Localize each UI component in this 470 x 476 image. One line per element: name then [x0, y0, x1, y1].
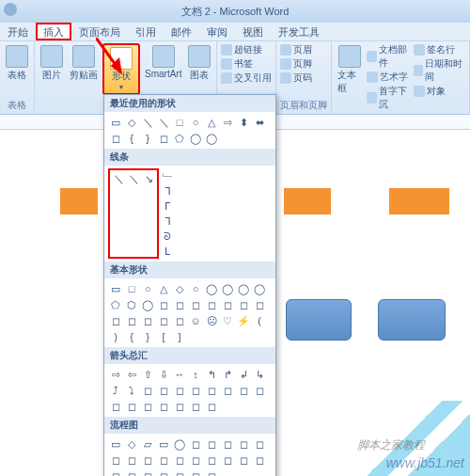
shape-item[interactable]: ◻: [236, 297, 251, 312]
tab-review[interactable]: 审阅: [199, 23, 235, 40]
shape-item[interactable]: ◇: [172, 281, 187, 296]
shape-rect-2[interactable]: [284, 188, 331, 214]
shape-item[interactable]: ◻: [156, 383, 171, 398]
shape-item[interactable]: ᒪ: [160, 244, 175, 259]
shape-item[interactable]: ◻: [140, 468, 155, 476]
shape-item[interactable]: ◻: [108, 452, 123, 468]
shape-item[interactable]: [: [156, 329, 171, 344]
shape-item[interactable]: ◻: [188, 383, 203, 398]
shape-item[interactable]: ◯: [140, 297, 155, 312]
tab-view[interactable]: 视图: [235, 23, 271, 40]
shape-item[interactable]: {: [124, 131, 139, 146]
shape-item[interactable]: }: [140, 329, 155, 344]
shape-item[interactable]: ◻: [172, 468, 187, 476]
shape-item[interactable]: ◻: [140, 383, 155, 398]
shape-line[interactable]: ＼: [111, 171, 126, 186]
shape-item[interactable]: ◻: [124, 452, 139, 468]
crossref-button[interactable]: 交叉引用: [221, 71, 272, 85]
tab-mailings[interactable]: 邮件: [164, 23, 199, 40]
shape-item[interactable]: ◻: [188, 399, 203, 414]
shape-rect-1[interactable]: [60, 188, 98, 214]
shape-item[interactable]: ⬠: [172, 131, 187, 146]
datetime-button[interactable]: 日期和时间: [414, 57, 465, 84]
shape-item[interactable]: ↲: [236, 367, 251, 382]
shape-item[interactable]: ◻: [172, 383, 187, 398]
shape-item[interactable]: ◻: [156, 313, 171, 328]
office-button-icon[interactable]: [4, 3, 17, 16]
shape-item[interactable]: □: [124, 281, 139, 296]
shape-item[interactable]: ◯: [220, 281, 235, 296]
shape-item[interactable]: ⬠: [108, 297, 123, 312]
footer-button[interactable]: 页脚: [280, 57, 312, 71]
shape-item[interactable]: ◯: [204, 281, 219, 296]
shape-item[interactable]: ☺: [188, 313, 203, 328]
shape-item[interactable]: ⇩: [156, 367, 171, 382]
tab-home[interactable]: 开始: [0, 23, 36, 40]
shape-item[interactable]: ]: [172, 329, 187, 344]
shape-item[interactable]: ○: [188, 281, 203, 296]
shape-item[interactable]: ▱: [140, 436, 155, 452]
shape-item[interactable]: ◻: [156, 452, 171, 468]
shape-item[interactable]: △: [156, 281, 171, 296]
shape-item[interactable]: ◻: [204, 383, 219, 398]
shape-rect-3[interactable]: [389, 188, 449, 214]
shape-item[interactable]: ◻: [188, 468, 203, 476]
shape-item[interactable]: ◻: [204, 468, 219, 476]
tab-references[interactable]: 引用: [128, 23, 164, 40]
shape-roundrect-2[interactable]: [378, 299, 446, 341]
shape-item[interactable]: ◻: [108, 131, 123, 146]
shape-item[interactable]: ◯: [236, 281, 251, 296]
shape-item[interactable]: ◯: [172, 436, 187, 452]
smartart-button[interactable]: SmartArt: [143, 43, 183, 81]
shape-item[interactable]: ○: [140, 281, 155, 296]
shape-item[interactable]: ◻: [204, 399, 219, 414]
pagenum-button[interactable]: 页码: [280, 71, 312, 85]
shape-item[interactable]: ⤵: [124, 383, 139, 398]
shape-item[interactable]: ◇: [124, 115, 139, 130]
shape-item[interactable]: }: [140, 131, 155, 146]
shape-item[interactable]: ↳: [252, 367, 267, 382]
shape-item[interactable]: ◻: [172, 452, 187, 468]
shape-item[interactable]: ◯: [188, 131, 203, 146]
shape-item[interactable]: ◻: [188, 452, 203, 468]
shape-item[interactable]: ◻: [220, 297, 235, 312]
shape-item[interactable]: ↱: [220, 367, 235, 382]
shape-item[interactable]: ◻: [172, 399, 187, 414]
shape-roundrect-1[interactable]: [286, 299, 352, 341]
shape-item[interactable]: ⇨: [108, 367, 123, 382]
shape-item[interactable]: ⇦: [124, 367, 139, 382]
object-button[interactable]: 对象: [414, 85, 465, 98]
shape-item[interactable]: ＼: [156, 115, 171, 130]
shape-item[interactable]: ◻: [252, 436, 267, 452]
shape-item[interactable]: ◻: [220, 383, 235, 398]
tab-insert[interactable]: 插入: [36, 23, 71, 40]
shape-item[interactable]: △: [204, 115, 219, 130]
shape-item[interactable]: ﹂: [160, 168, 175, 183]
signature-button[interactable]: 签名行: [414, 43, 465, 56]
shape-item[interactable]: ▭: [156, 436, 171, 452]
picture-button[interactable]: 图片: [39, 43, 65, 84]
tab-developer[interactable]: 开发工具: [271, 23, 327, 40]
shape-item[interactable]: ⚡: [236, 313, 251, 328]
shape-item[interactable]: ♡: [220, 313, 235, 328]
shape-item[interactable]: ↔: [172, 367, 187, 382]
clipart-button[interactable]: 剪贴画: [68, 43, 100, 84]
shape-item[interactable]: ◻: [156, 468, 171, 476]
shape-item[interactable]: ᒣ: [160, 214, 175, 229]
shape-item[interactable]: ⇧: [140, 367, 155, 382]
shape-item[interactable]: ↰: [204, 367, 219, 382]
shape-item[interactable]: ◻: [204, 436, 219, 452]
shape-item[interactable]: (: [252, 313, 267, 328]
shape-item[interactable]: ᒥ: [160, 198, 175, 214]
shape-item[interactable]: ⬍: [236, 115, 251, 130]
shape-item[interactable]: ◻: [252, 383, 267, 398]
shape-item[interactable]: ◻: [220, 452, 235, 468]
shape-item[interactable]: ↕: [188, 367, 203, 382]
shape-line-double[interactable]: ↘: [141, 171, 156, 186]
textbox-button[interactable]: 文本框: [336, 43, 364, 97]
shape-item[interactable]: ◻: [252, 297, 267, 312]
shape-item[interactable]: ◻: [140, 399, 155, 414]
shape-item[interactable]: ⬡: [124, 297, 139, 312]
shape-item[interactable]: ◻: [172, 313, 187, 328]
shape-item[interactable]: ◻: [156, 131, 171, 146]
